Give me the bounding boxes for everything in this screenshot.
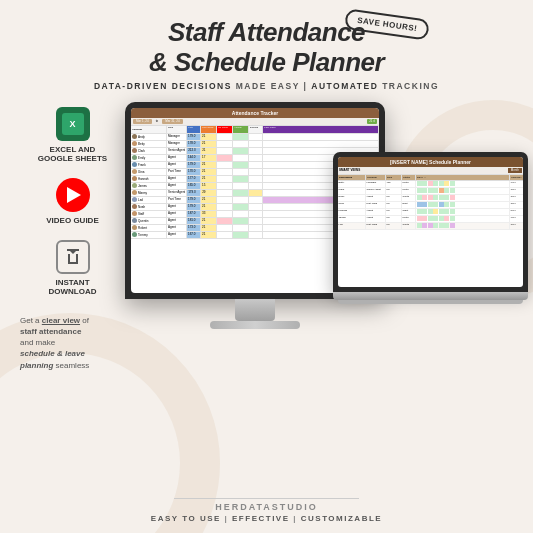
cell-sick: 21 bbox=[201, 176, 217, 182]
sched-summary: 16/21 bbox=[509, 223, 523, 229]
sched-day-cells bbox=[416, 181, 509, 187]
cell-excuse bbox=[249, 225, 263, 231]
cell-role: Agent bbox=[167, 225, 187, 231]
sched-mgr: Agent bbox=[366, 195, 386, 201]
cell-name: Robert bbox=[131, 225, 167, 231]
cell-annual bbox=[233, 162, 249, 168]
sched-role: Yes bbox=[386, 181, 402, 187]
sched-cell bbox=[428, 223, 433, 228]
sched-role: No bbox=[386, 223, 402, 229]
table-row: Andy Manager 179.0 21 bbox=[131, 134, 379, 141]
cell-role: Part Time bbox=[167, 197, 187, 203]
cell-sick: 17 bbox=[201, 155, 217, 161]
cell-noshow bbox=[217, 218, 233, 224]
sched-cell bbox=[444, 209, 449, 214]
sched-name: Lad bbox=[338, 223, 366, 229]
excel-label: EXCEL ANDGOOGLE SHEETS bbox=[38, 145, 107, 164]
sched-summary: 18/21 bbox=[509, 202, 523, 208]
date-to: Mar 31, 24 bbox=[162, 119, 182, 124]
cell-hours: 170.0 bbox=[187, 169, 201, 175]
cell-annual bbox=[233, 190, 249, 196]
cell-hours: 178.0 bbox=[187, 141, 201, 147]
cell-sick: 21 bbox=[201, 197, 217, 203]
cell-annual bbox=[233, 176, 249, 182]
sched-col-dept: Role bbox=[386, 175, 402, 180]
cell-sick: 21 bbox=[201, 148, 217, 154]
sched-row: Clark Senior Agent No North bbox=[338, 188, 523, 195]
cell-name: Tommy bbox=[131, 232, 167, 238]
sched-cell bbox=[428, 195, 433, 200]
sched-role: No bbox=[386, 216, 402, 222]
sched-cell bbox=[444, 195, 449, 200]
sched-cell bbox=[450, 181, 455, 186]
avatar bbox=[132, 169, 137, 174]
sched-summary: 17/21 bbox=[509, 181, 523, 187]
cell-hours: 144.0 bbox=[187, 155, 201, 161]
footer-divider-top bbox=[174, 498, 359, 499]
cell-role: Agent bbox=[167, 162, 187, 168]
sched-col-summary: Summary bbox=[509, 175, 523, 180]
sched-day-cells bbox=[416, 202, 509, 208]
sched-role: No bbox=[386, 188, 402, 194]
feature-video: VIDEO GUIDE bbox=[20, 178, 125, 226]
schedule-spreadsheet: [INSERT NAME] Schedule Planner SMART VIE… bbox=[338, 157, 523, 287]
cell-name: Manny bbox=[131, 190, 167, 196]
cell-annual bbox=[233, 204, 249, 210]
cell-hours: 167.0 bbox=[187, 232, 201, 238]
sched-cell bbox=[444, 202, 449, 207]
sched-cell bbox=[444, 181, 449, 186]
cell-excuse bbox=[249, 155, 263, 161]
cell-annual bbox=[233, 232, 249, 238]
feature-description: Get a clear view of staff attendance and… bbox=[20, 315, 125, 371]
sched-mgr: Agent bbox=[366, 209, 386, 215]
avatar bbox=[132, 225, 137, 230]
avatar bbox=[132, 141, 137, 146]
sched-day-cells bbox=[416, 188, 509, 194]
sched-cell bbox=[417, 181, 422, 186]
date-from: Mar 1, 24 bbox=[133, 119, 152, 124]
cell-hours: 173.0 bbox=[187, 225, 201, 231]
cell-sick: 21 bbox=[201, 232, 217, 238]
cell-role: Senior Agent bbox=[167, 190, 187, 196]
header: SAVE HOURS! Staff Attendance& Schedule P… bbox=[74, 0, 459, 97]
sched-status: North bbox=[402, 188, 416, 194]
page-container: SAVE HOURS! Staff Attendance& Schedule P… bbox=[0, 0, 533, 533]
sched-mgr: Senior Agent bbox=[366, 188, 386, 194]
sched-status: East bbox=[402, 202, 416, 208]
cell-annual bbox=[233, 134, 249, 140]
cell-role: Manager bbox=[167, 141, 187, 147]
cell-annual bbox=[233, 141, 249, 147]
sched-cell bbox=[428, 202, 433, 207]
cell-role: Agent bbox=[167, 183, 187, 189]
date-separator: to bbox=[156, 119, 159, 124]
sched-mgr: Part Time bbox=[366, 223, 386, 229]
sched-cell bbox=[428, 188, 433, 193]
sched-summary: 20/21 bbox=[509, 209, 523, 215]
cell-hours: 165.0 bbox=[187, 183, 201, 189]
excel-icon-inner: X bbox=[62, 113, 84, 135]
sched-cell bbox=[422, 195, 427, 200]
play-triangle-icon bbox=[67, 187, 81, 203]
avatar bbox=[132, 218, 137, 223]
cell-annual bbox=[233, 148, 249, 154]
cell-excuse bbox=[249, 134, 263, 140]
cell-noshow bbox=[217, 232, 233, 238]
sched-name: Emily bbox=[338, 195, 366, 201]
sched-cell bbox=[450, 216, 455, 221]
date-range-row: Mar 1, 24 to Mar 31, 24 21 d bbox=[131, 118, 379, 126]
cell-hours: 212.0 bbox=[187, 148, 201, 154]
avatar bbox=[132, 204, 137, 209]
sched-cell bbox=[422, 202, 427, 207]
avatar bbox=[132, 176, 137, 181]
cell-hours: 179.0 bbox=[187, 134, 201, 140]
sched-row: Gina Part Time No East bbox=[338, 202, 523, 209]
sched-status: North bbox=[402, 216, 416, 222]
cell-role: Senior Agent bbox=[167, 148, 187, 154]
sched-col-type: Status bbox=[402, 175, 416, 180]
cell-hours: 179.0 bbox=[187, 197, 201, 203]
cell-hours: 181.0 bbox=[187, 218, 201, 224]
avatar bbox=[132, 211, 137, 216]
cell-role: Agent bbox=[167, 232, 187, 238]
cell-paid bbox=[263, 141, 379, 147]
sched-cell bbox=[433, 209, 438, 214]
